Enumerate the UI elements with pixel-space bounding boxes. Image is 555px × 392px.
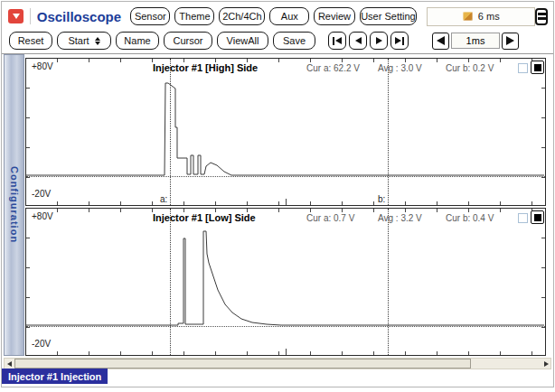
left-arrow-icon [7,361,12,367]
review-button[interactable]: Review [314,7,354,25]
sidebar-label: Configuration [9,166,20,243]
scope-panel-low-side: +80V -20V Injector #1 [Low] Side Cur a: … [25,208,546,356]
status-dataset-label: Injector #1 Injection [2,369,108,384]
timebase-decrease-button[interactable] [432,33,449,50]
scrollbar-thumb[interactable] [14,359,471,369]
skip-to-start-button[interactable] [328,32,346,50]
menu-button[interactable] [535,8,548,25]
cursor-a-readout: Cur a: 0.7 V [306,213,354,223]
aux-button[interactable]: Aux [269,7,309,25]
channel-checkbox[interactable] [518,213,528,223]
save-button[interactable]: Save [273,32,315,50]
avg-readout: Avg : 3.0 V [378,63,422,73]
toolbar-separator [2,53,553,54]
viewall-button[interactable]: ViewAll [217,32,268,50]
panel-title: Injector #1 [High] Side [153,62,258,73]
cursor-a-label: a: [160,195,167,204]
scope-panel-high-side: +80V -20V Injector #1 [High] Side Cur a:… [25,58,546,206]
playback-controls [328,32,409,50]
black-square-icon [534,214,541,221]
timebase-increase-button[interactable] [502,33,519,50]
voltage-min-label: -20V [32,189,51,199]
ab-time-value: 6 ms [478,11,500,22]
cursor-b-readout: Cur b: 0.2 V [446,63,494,73]
divider [30,8,31,24]
sidebar-configuration-handle[interactable]: Configuration [4,54,24,356]
skip-to-end-button[interactable] [390,32,409,50]
channel-color-button[interactable] [531,61,544,74]
toolbar-secondary: Reset Start Name Cursor ViewAll Save 1ms [2,29,553,52]
step-forward-icon [376,37,382,44]
step-forward-button[interactable] [370,32,388,50]
voltage-max-label: +80V [32,61,53,71]
sensor-button[interactable]: Sensor [130,7,170,25]
cursor-b-readout: Cur b: 0.4 V [446,213,494,223]
cursor-button[interactable]: Cursor [164,32,212,50]
timebase-control: 1ms [432,33,519,50]
toolbar-primary: Oscilloscope Sensor Theme 2Ch/4Ch Aux Re… [2,5,553,28]
reset-button[interactable]: Reset [9,32,52,50]
start-stepper-icon [95,37,100,45]
waveform-low-side [26,209,544,354]
name-button[interactable]: Name [116,32,159,50]
ab-time-display: 6 ms [427,7,535,26]
waveform-high-side [26,59,544,204]
black-square-icon [534,64,541,71]
panel-title: Injector #1 [Low] Side [153,212,256,223]
hamburger-icon [538,13,546,15]
avg-readout: Avg : 3.2 V [378,213,422,223]
channel-checkbox[interactable] [518,63,528,73]
app-menu-icon[interactable] [8,9,24,23]
theme-button[interactable]: Theme [174,7,214,25]
cursor-ab-icon [463,12,473,21]
right-arrow-icon [506,36,514,45]
voltage-min-label: -20V [32,339,51,349]
user-setting-button[interactable]: User Setting [360,7,418,25]
right-arrow-icon [544,361,549,367]
app-window: Oscilloscope Sensor Theme 2Ch/4Ch Aux Re… [1,1,554,387]
cursor-b-label: b: [378,195,385,204]
timebase-value: 1ms [451,33,500,49]
left-arrow-icon [437,36,445,45]
start-button[interactable]: Start [57,32,111,50]
app-title: Oscilloscope [37,9,121,24]
skip-to-start-icon [335,37,342,44]
dropdown-triangle-icon [13,14,20,19]
channel-mode-button[interactable]: 2Ch/4Ch [219,7,265,25]
channel-color-button[interactable] [531,210,544,224]
skip-to-end-icon [395,37,401,44]
cursor-a-readout: Cur a: 62.2 V [306,63,360,73]
step-back-button[interactable] [349,32,367,50]
voltage-max-label: +80V [32,211,53,221]
scroll-left-button[interactable] [5,359,14,369]
step-back-icon [355,37,362,44]
scroll-right-button[interactable] [541,359,550,369]
